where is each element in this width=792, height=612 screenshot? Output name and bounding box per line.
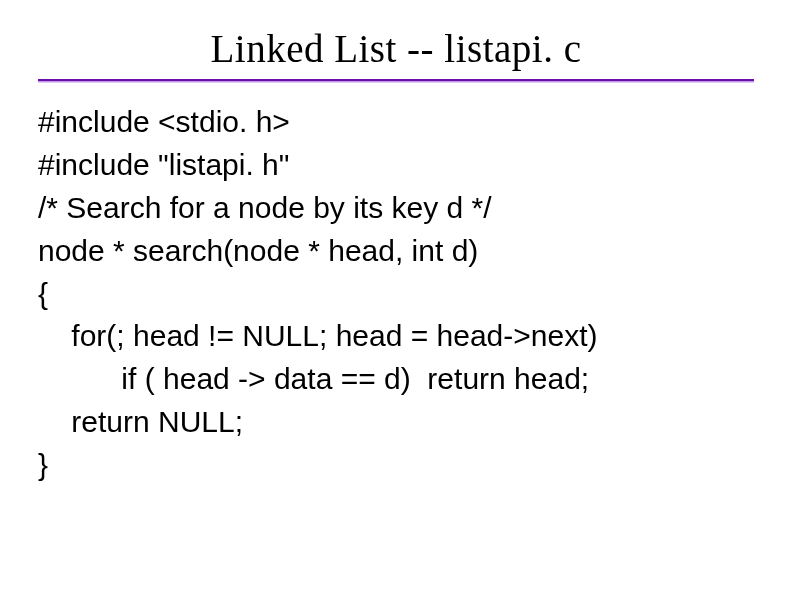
code-line: for(; head != NULL; head = head->next) (38, 315, 754, 358)
code-line: node * search(node * head, int d) (38, 230, 754, 273)
slide: { "title": "Linked List -- listapi. c", … (0, 0, 792, 612)
code-line: if ( head -> data == d) return head; (38, 358, 754, 401)
code-block: #include <stdio. h> #include "listapi. h… (0, 83, 792, 487)
code-line: return NULL; (38, 401, 754, 444)
code-line: } (38, 444, 754, 487)
code-line: #include "listapi. h" (38, 144, 754, 187)
slide-title: Linked List -- listapi. c (0, 0, 792, 79)
title-underline (38, 79, 754, 83)
code-line: #include <stdio. h> (38, 101, 754, 144)
code-line: /* Search for a node by its key d */ (38, 187, 754, 230)
code-line: { (38, 273, 754, 316)
